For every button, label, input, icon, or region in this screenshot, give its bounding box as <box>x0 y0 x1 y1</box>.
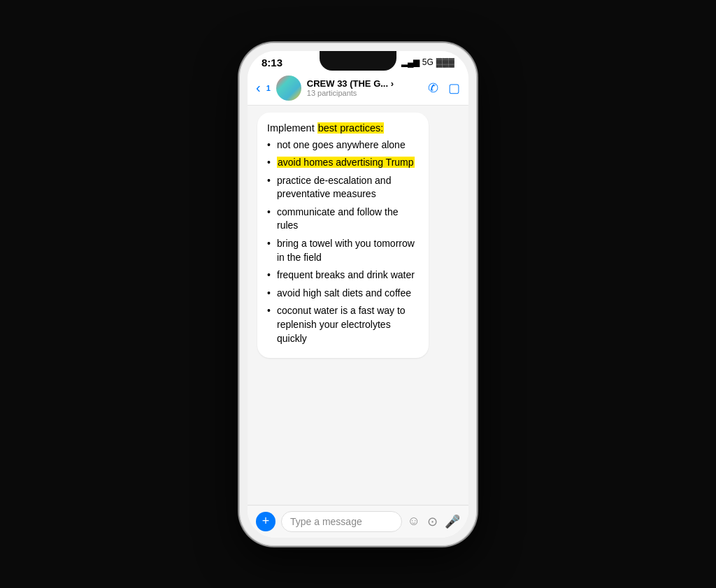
input-icons: ☺ ⊙ 🎤 <box>408 514 460 529</box>
add-button[interactable]: + <box>256 512 275 531</box>
emoji-icon[interactable]: ☺ <box>408 514 420 529</box>
list-item: frequent breaks and drink water <box>267 268 419 282</box>
list-item: not one goes anywhere alone <box>267 138 419 152</box>
header-actions: ✆ ▢ <box>428 80 460 96</box>
list-item: communicate and follow the rules <box>267 206 419 233</box>
chat-body: Implement best practices: not one goes a… <box>248 106 468 505</box>
status-time: 8:13 <box>262 57 282 69</box>
header-badge: 1 <box>266 84 271 92</box>
group-avatar <box>276 76 301 101</box>
status-icons: ▂▄▆ 5G ▓▓▓ <box>401 57 454 67</box>
signal-icon: ▂▄▆ 5G <box>401 57 434 67</box>
chat-input-bar: + Type a message ☺ ⊙ 🎤 <box>248 505 468 538</box>
message-intro: Implement best practices: <box>267 121 419 136</box>
phone-screen: 8:13 ▂▄▆ 5G ▓▓▓ ‹ 1 CREW 33 (THE G... › … <box>248 51 468 538</box>
phone-icon[interactable]: ✆ <box>428 80 438 96</box>
phone-notch <box>320 51 396 71</box>
video-icon[interactable]: ▢ <box>448 80 460 96</box>
participants-count: 13 participants <box>307 89 422 97</box>
header-info: CREW 33 (THE G... › 13 participants <box>307 78 422 97</box>
bullet-list: not one goes anywhere alone avoid homes … <box>267 138 419 346</box>
highlight-trump: avoid homes advertising Trump <box>277 157 415 168</box>
chat-header: ‹ 1 CREW 33 (THE G... › 13 participants … <box>248 71 468 106</box>
list-item: practice de-escalation and preventative … <box>267 174 419 201</box>
message-input[interactable]: Type a message <box>281 511 402 532</box>
list-item: avoid homes advertising Trump <box>267 156 419 170</box>
highlight-best-practices: best practices: <box>317 122 385 134</box>
back-button[interactable]: ‹ <box>256 80 261 96</box>
list-item: bring a towel with you tomorrow in the f… <box>267 237 419 264</box>
message-bubble: Implement best practices: not one goes a… <box>257 113 429 359</box>
mic-icon[interactable]: 🎤 <box>445 514 460 529</box>
group-name: CREW 33 (THE G... › <box>307 78 422 89</box>
battery-icon: ▓▓▓ <box>436 57 454 67</box>
camera-icon[interactable]: ⊙ <box>427 514 438 529</box>
list-item: coconut water is a fast way to replenish… <box>267 304 419 345</box>
list-item: avoid high salt diets and coffee <box>267 287 419 301</box>
phone-frame: 8:13 ▂▄▆ 5G ▓▓▓ ‹ 1 CREW 33 (THE G... › … <box>239 43 477 546</box>
